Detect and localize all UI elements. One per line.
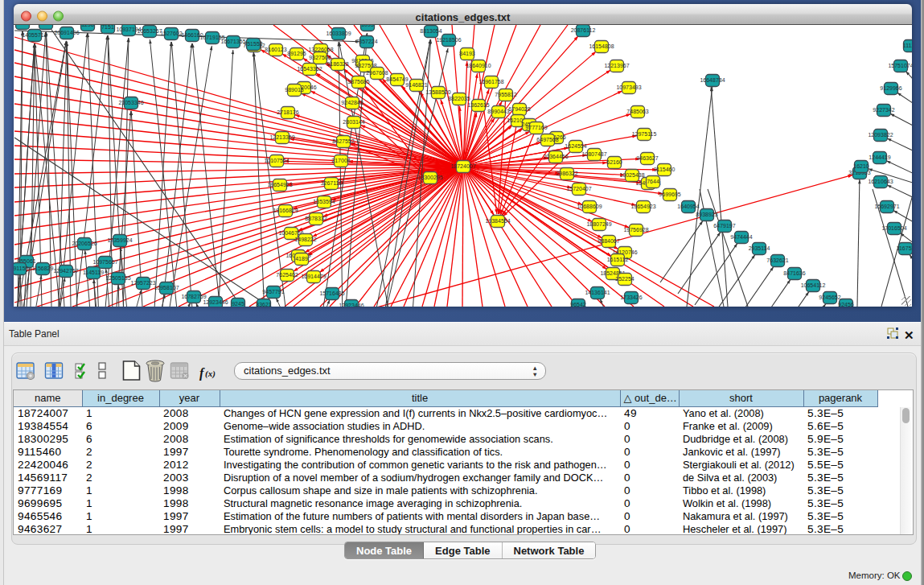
svg-text:3267110: 3267110	[321, 180, 343, 186]
svg-text:10653267: 10653267	[137, 28, 162, 34]
svg-text:8454749: 8454749	[386, 76, 408, 82]
svg-text:96542: 96542	[570, 302, 586, 307]
svg-text:6794028: 6794028	[508, 106, 530, 112]
svg-text:20364456: 20364456	[543, 154, 568, 159]
svg-text:7632621: 7632621	[766, 257, 788, 263]
svg-text:10973493: 10973493	[616, 84, 641, 90]
svg-text:751552: 751552	[244, 41, 262, 47]
svg-text:15692971: 15692971	[874, 204, 899, 209]
svg-text:10654112: 10654112	[801, 282, 826, 288]
svg-text:16648784: 16648784	[700, 77, 725, 83]
svg-text:20206526: 20206526	[72, 241, 97, 246]
svg-text:9129966: 9129966	[880, 85, 901, 91]
svg-text:10107554: 10107554	[264, 158, 289, 163]
svg-text:9884067: 9884067	[598, 238, 619, 244]
svg-text:14055712: 14055712	[22, 32, 47, 38]
svg-text:1640954: 1640954	[677, 204, 699, 209]
svg-text:18640910: 18640910	[466, 63, 491, 68]
svg-text:8160123: 8160123	[265, 47, 286, 52]
svg-text:2718176: 2718176	[277, 109, 298, 115]
svg-text:10958107: 10958107	[154, 285, 179, 290]
svg-text:9777169: 9777169	[525, 125, 547, 130]
svg-text:62160: 62160	[606, 159, 622, 165]
svg-text:9457791: 9457791	[262, 289, 284, 295]
svg-text:16671355: 16671355	[220, 39, 245, 44]
svg-text:(x): (x)	[205, 369, 216, 379]
svg-text:1244419: 1244419	[869, 154, 890, 160]
svg-text:15716485: 15716485	[319, 290, 344, 296]
svg-text:391159: 391159	[14, 266, 29, 271]
svg-text:8186328: 8186328	[326, 61, 348, 67]
svg-text:1527602: 1527602	[160, 31, 182, 36]
svg-text:8822035: 8822035	[448, 96, 470, 101]
svg-text:8813054: 8813054	[420, 28, 441, 34]
svg-text:12213967: 12213967	[604, 63, 629, 68]
svg-text:16961758: 16961758	[478, 79, 503, 84]
svg-text:1860477: 1860477	[14, 25, 34, 26]
svg-text:16914479: 16914479	[301, 274, 326, 279]
svg-text:116753: 116753	[897, 245, 912, 251]
svg-text:92456: 92456	[838, 302, 854, 307]
svg-text:20876112: 20876112	[571, 27, 596, 33]
svg-text:1298: 1298	[81, 25, 94, 27]
svg-text:7625402: 7625402	[276, 272, 298, 278]
svg-text:16782759: 16782759	[181, 294, 206, 299]
svg-text:16033809: 16033809	[326, 31, 351, 36]
svg-text:12923446: 12923446	[339, 303, 363, 307]
svg-text:7644: 7644	[647, 179, 659, 184]
svg-text:12505135: 12505135	[105, 275, 130, 281]
svg-text:2986322: 2986322	[556, 171, 577, 176]
svg-text:9227342: 9227342	[873, 107, 894, 113]
svg-text:8471636: 8471636	[783, 270, 805, 276]
svg-text:217004: 217004	[331, 158, 350, 163]
svg-text:11125: 11125	[903, 43, 912, 48]
svg-text:19654923: 19654923	[630, 204, 655, 209]
svg-text:19654923: 19654923	[267, 182, 292, 187]
svg-text:6479197: 6479197	[713, 223, 735, 229]
svg-text:10688609: 10688609	[577, 204, 602, 209]
svg-text:15720407: 15720407	[566, 186, 591, 192]
svg-text:7955812: 7955812	[495, 92, 516, 97]
svg-text:9242848: 9242848	[341, 100, 363, 105]
svg-text:1498222: 1498222	[294, 237, 316, 242]
svg-text:9327506: 9327506	[309, 55, 331, 60]
svg-text:18724007: 18724007	[450, 163, 475, 169]
svg-text:1093: 1093	[361, 25, 374, 27]
svg-text:16210: 16210	[853, 163, 869, 169]
svg-text:9463627: 9463627	[636, 155, 658, 161]
svg-text:7485063: 7485063	[626, 109, 648, 114]
svg-text:2935114: 2935114	[749, 245, 770, 251]
svg-text:83621: 83621	[256, 302, 272, 307]
svg-text:9245652: 9245652	[819, 295, 840, 300]
svg-text:12975115: 12975115	[632, 131, 657, 137]
svg-text:1353594: 1353594	[313, 199, 335, 204]
svg-text:4189: 4189	[295, 256, 308, 262]
svg-text:7151: 7151	[101, 25, 114, 30]
svg-text:8990443: 8990443	[487, 109, 509, 114]
svg-text:9699695: 9699695	[659, 192, 680, 197]
svg-text:1615112: 1615112	[607, 257, 629, 262]
svg-text:9115460: 9115460	[654, 167, 676, 172]
svg-text:12942757: 12942757	[53, 268, 78, 274]
svg-text:16543362: 16543362	[297, 66, 322, 72]
svg-text:16210643: 16210643	[868, 179, 893, 184]
svg-text:1145119: 1145119	[83, 270, 104, 275]
svg-text:10025438: 10025438	[619, 172, 644, 178]
svg-text:18807249: 18807249	[586, 221, 611, 227]
svg-text:15751074: 15751074	[888, 63, 912, 68]
svg-text:1733426: 1733426	[620, 295, 642, 300]
svg-text:989013: 989013	[285, 87, 303, 93]
svg-text:252254: 252254	[615, 276, 634, 282]
svg-text:17359924: 17359924	[107, 237, 132, 243]
svg-text:17957223: 17957223	[130, 280, 155, 286]
svg-text:10807487: 10807487	[581, 151, 606, 157]
svg-text:12923446: 12923446	[203, 299, 228, 305]
svg-text:7357224: 7357224	[355, 39, 377, 44]
svg-text:19166829: 19166829	[273, 208, 298, 213]
svg-text:891295: 891295	[287, 51, 306, 56]
svg-text:2967608: 2967608	[366, 70, 388, 76]
svg-text:21053346: 21053346	[118, 100, 143, 105]
svg-text:9474444: 9474444	[730, 234, 752, 240]
svg-text:f: f	[199, 366, 205, 381]
svg-text:20691406: 20691406	[54, 30, 79, 35]
